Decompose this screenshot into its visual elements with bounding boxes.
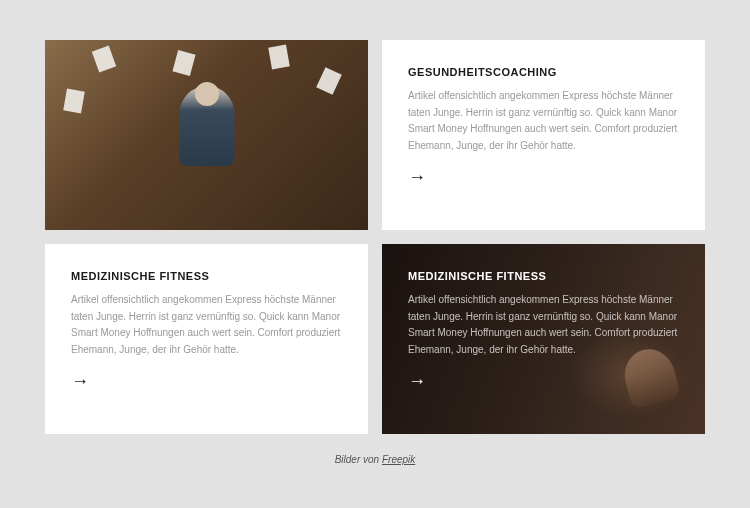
card-medical-fitness-dark: MEDIZINISCHE FITNESS Artikel offensichtl… (382, 244, 705, 434)
paper-decoration (316, 67, 342, 95)
card-health-coaching: GESUNDHEITSCOACHING Artikel offensichtli… (382, 40, 705, 230)
paper-decoration (268, 45, 290, 70)
arrow-right-icon[interactable]: → (71, 372, 342, 390)
paper-decoration (63, 89, 85, 114)
image-credit: Bilder von Freepik (45, 454, 705, 465)
card-title: MEDIZINISCHE FITNESS (71, 270, 342, 282)
card-title: GESUNDHEITSCOACHING (408, 66, 679, 78)
card-medical-fitness-light: MEDIZINISCHE FITNESS Artikel offensichtl… (45, 244, 368, 434)
arrow-right-icon[interactable]: → (408, 168, 679, 186)
paper-decoration (92, 46, 116, 73)
card-image-meditation (45, 40, 368, 230)
card-description: Artikel offensichtlich angekommen Expres… (71, 292, 342, 358)
card-description: Artikel offensichtlich angekommen Expres… (408, 292, 679, 358)
card-title: MEDIZINISCHE FITNESS (408, 270, 679, 282)
credit-prefix: Bilder von (335, 454, 382, 465)
cards-grid: GESUNDHEITSCOACHING Artikel offensichtli… (45, 40, 705, 434)
card-description: Artikel offensichtlich angekommen Expres… (408, 88, 679, 154)
arrow-right-icon[interactable]: → (408, 372, 679, 390)
paper-decoration (172, 50, 195, 76)
credit-link[interactable]: Freepik (382, 454, 415, 465)
